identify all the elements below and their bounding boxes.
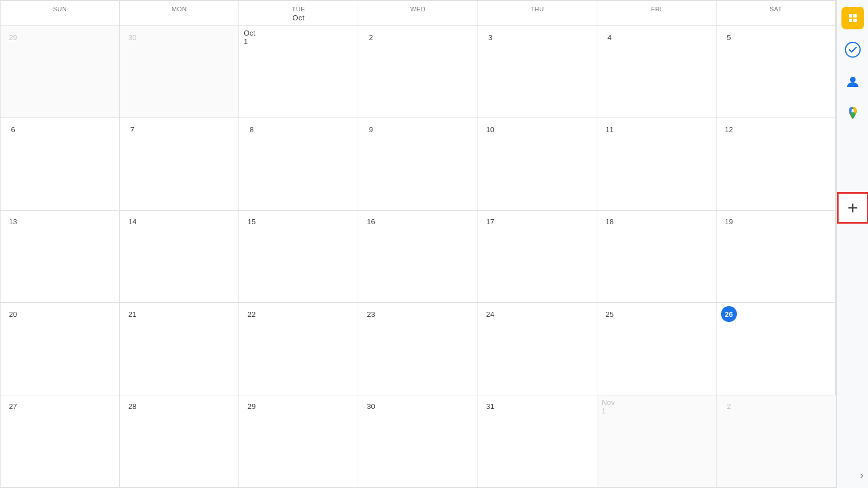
day-header-wed: WED — [358, 1, 478, 26]
svg-rect-1 — [849, 14, 852, 18]
day-cell-oct3[interactable]: 3 — [478, 26, 597, 118]
day-header-mon: MON — [120, 1, 239, 26]
day-cell-oct18[interactable]: 18 — [597, 211, 717, 303]
day-cell-sep29[interactable]: 29 — [1, 26, 120, 118]
day-cell-oct29[interactable]: 29 — [239, 395, 358, 487]
day-cell-oct17[interactable]: 17 — [478, 211, 597, 303]
day-cell-oct2[interactable]: 2 — [358, 26, 478, 118]
day-cell-oct26[interactable]: 26 — [717, 303, 836, 395]
day-cell-oct27[interactable]: 27 — [1, 395, 120, 487]
add-button[interactable]: + — [837, 192, 868, 224]
day-cell-oct9[interactable]: 9 — [358, 118, 478, 210]
day-header-thu: THU — [478, 1, 597, 26]
day-header-sat: SAT — [717, 1, 836, 26]
day-cell-oct28[interactable]: 28 — [120, 395, 239, 487]
day-cell-oct21[interactable]: 21 — [120, 303, 239, 395]
day-cell-oct15[interactable]: 15 — [239, 211, 358, 303]
day-cell-oct23[interactable]: 23 — [358, 303, 478, 395]
google-maps-icon[interactable] — [841, 102, 864, 124]
day-cell-oct8[interactable]: 8 — [239, 118, 358, 210]
google-contacts-icon[interactable] — [841, 70, 864, 93]
day-cell-oct25[interactable]: 25 — [597, 303, 717, 395]
day-cell-oct14[interactable]: 14 — [120, 211, 239, 303]
day-cell-oct30[interactable]: 30 — [358, 395, 478, 487]
day-cell-oct1[interactable]: Oct 1 — [239, 26, 358, 118]
add-icon: + — [848, 199, 858, 217]
day-cell-sep30[interactable]: 30 — [120, 26, 239, 118]
day-header-fri: FRI — [597, 1, 717, 26]
calendar-grid: SUN MON TUE Oct WED THU FRI SAT 29 30 Oc… — [1, 1, 836, 487]
day-cell-oct11[interactable]: 11 — [597, 118, 717, 210]
day-cell-oct7[interactable]: 7 — [120, 118, 239, 210]
google-tasks-icon[interactable] — [841, 38, 864, 61]
day-cell-oct6[interactable]: 6 — [1, 118, 120, 210]
svg-rect-3 — [849, 19, 852, 22]
day-cell-oct19[interactable]: 19 — [717, 211, 836, 303]
day-cell-oct16[interactable]: 16 — [358, 211, 478, 303]
day-header-tue: TUE Oct — [239, 1, 358, 26]
day-cell-oct10[interactable]: 10 — [478, 118, 597, 210]
day-cell-oct5[interactable]: 5 — [717, 26, 836, 118]
day-cell-oct22[interactable]: 22 — [239, 303, 358, 395]
svg-point-6 — [850, 77, 856, 82]
svg-point-5 — [845, 42, 860, 57]
day-cell-oct4[interactable]: 4 — [597, 26, 717, 118]
svg-rect-2 — [853, 14, 857, 18]
google-calendar-icon[interactable] — [841, 7, 864, 29]
calendar-main: SUN MON TUE Oct WED THU FRI SAT 29 30 Oc… — [0, 0, 836, 488]
chevron-right-icon: › — [860, 469, 863, 481]
day-cell-oct13[interactable]: 13 — [1, 211, 120, 303]
day-cell-nov2[interactable]: 2 — [717, 395, 836, 487]
day-header-sun: SUN — [1, 1, 120, 26]
expand-sidebar-button[interactable]: › — [860, 469, 863, 481]
svg-rect-4 — [853, 19, 857, 22]
svg-rect-0 — [847, 12, 859, 24]
day-cell-oct31[interactable]: 31 — [478, 395, 597, 487]
day-cell-oct20[interactable]: 20 — [1, 303, 120, 395]
sidebar: + › — [836, 0, 868, 488]
day-cell-oct12[interactable]: 12 — [717, 118, 836, 210]
day-cell-nov1[interactable]: Nov 1 — [597, 395, 717, 487]
day-cell-oct24[interactable]: 24 — [478, 303, 597, 395]
